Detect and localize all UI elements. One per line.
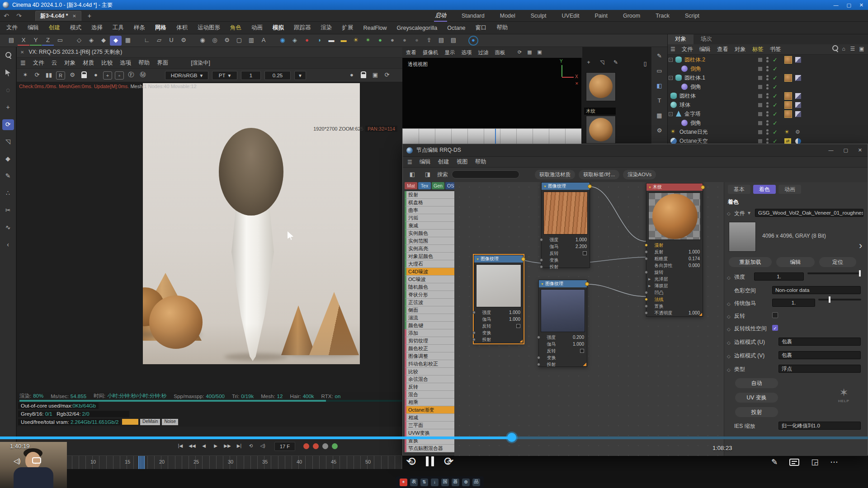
viewport-menu-item[interactable]: 查看 xyxy=(406,49,416,56)
spline-tool-icon[interactable] xyxy=(2,222,14,233)
node-param-row[interactable]: 置换 xyxy=(646,303,703,310)
octane-live-icon[interactable] xyxy=(277,36,288,46)
node-type-item[interactable]: 相减 xyxy=(405,414,454,422)
octane-logo-icon[interactable] xyxy=(19,70,31,80)
gear-tag-icon[interactable] xyxy=(795,129,800,135)
select-tool-icon[interactable] xyxy=(2,68,14,79)
object-menu-item[interactable]: 对象 xyxy=(735,46,746,53)
node-unlink-icon[interactable] xyxy=(422,169,434,179)
menu-item[interactable]: 窗口 xyxy=(476,24,487,32)
layout-tab[interactable]: Script xyxy=(684,11,700,20)
collapse-button[interactable]: ◲ xyxy=(811,457,818,467)
viewport-menu-item[interactable]: 过滤 xyxy=(478,49,489,56)
octane-record-icon[interactable] xyxy=(301,36,313,46)
node-param-row[interactable]: 投射 xyxy=(542,263,590,270)
node-param-row[interactable]: 变换 xyxy=(474,329,523,336)
visibility-dots-icon[interactable] xyxy=(766,75,769,80)
node-type-item[interactable]: 相乘 xyxy=(405,399,454,406)
render-menu-item[interactable]: 材质 xyxy=(83,59,94,67)
enable-check-icon[interactable] xyxy=(773,111,778,117)
properties-tab[interactable]: 着色 xyxy=(753,185,776,194)
edit-material-icon[interactable] xyxy=(611,59,620,67)
node-param-row[interactable]: 伽马1.000 xyxy=(539,341,587,347)
points-tool-icon[interactable] xyxy=(2,188,14,199)
node-type-item[interactable]: 实例高亮 xyxy=(405,245,454,253)
prev-key-button[interactable] xyxy=(187,442,198,451)
input-port[interactable] xyxy=(645,291,648,294)
material-name[interactable]: 木纹 xyxy=(584,108,616,115)
sep5[interactable] xyxy=(460,36,466,46)
object-row[interactable]: − Octane天空 xyxy=(668,136,868,144)
search-icon[interactable] xyxy=(2,51,14,61)
input-port[interactable] xyxy=(472,331,476,334)
output-port[interactable] xyxy=(585,282,589,286)
render-menu-item[interactable]: 选项 xyxy=(120,59,131,67)
node-type-item[interactable]: OC噪波 xyxy=(405,276,454,283)
search-icon[interactable] xyxy=(830,44,839,54)
axis-mode-icon[interactable] xyxy=(141,36,153,46)
render-menu-item[interactable]: 界面 xyxy=(157,59,168,67)
scale-select[interactable]: ▾ xyxy=(294,71,306,80)
edit-button[interactable]: 编辑 xyxy=(776,257,815,267)
node-editor-menu-item[interactable]: 编辑 xyxy=(420,158,431,166)
layer-toggle[interactable] xyxy=(758,85,762,89)
octane-help-logo[interactable]: ✶ HELP xyxy=(838,386,849,403)
image-texture-node-normal[interactable]: 图像纹理 强度0.200 伽马1.000 反转 xyxy=(538,280,587,367)
node-editor-action-button[interactable]: 渲染AOVs xyxy=(623,170,656,179)
node-param-row[interactable]: 法线 xyxy=(646,296,703,303)
node-param-row[interactable]: 反转 xyxy=(474,323,523,329)
coord-system-icon[interactable] xyxy=(54,36,66,46)
node-type-item[interactable]: 正弦波 xyxy=(405,299,454,306)
node-type-item[interactable]: 图像调整 xyxy=(405,352,454,360)
render-menu-item[interactable]: 对象 xyxy=(64,59,75,67)
file-input[interactable]: GSG_Wood_Vol2_Oak_Veneer_01_roughnes xyxy=(755,209,863,217)
node-param-row[interactable]: 变换 xyxy=(539,354,587,361)
texture-tag[interactable] xyxy=(795,111,801,117)
viewport-grid-icon[interactable] xyxy=(525,47,534,57)
menu-item[interactable]: 样条 xyxy=(134,24,145,32)
input-port[interactable] xyxy=(540,238,543,241)
record-objects-button[interactable] xyxy=(332,443,338,449)
enable-check-icon[interactable] xyxy=(773,129,778,136)
node-param-row[interactable]: 投射 xyxy=(474,336,523,343)
expand-toggle[interactable]: − xyxy=(669,76,673,80)
viewport-menu-item[interactable]: 显示 xyxy=(445,49,455,56)
grey-sphere1-icon[interactable] xyxy=(387,36,398,46)
node-type-item[interactable]: 剪切纹理 xyxy=(405,337,454,345)
lock-y-button[interactable] xyxy=(30,36,42,46)
menu-item[interactable]: 工具 xyxy=(113,24,124,32)
menu-item[interactable]: 模拟 xyxy=(273,24,284,32)
auto-button[interactable]: 自动 xyxy=(735,378,778,388)
node-type-item[interactable]: UVW变换 xyxy=(405,429,454,437)
object-manager-tab[interactable]: 对象 xyxy=(668,34,693,44)
node-editor-menu-item[interactable]: 视图 xyxy=(457,158,468,166)
pen-tool-icon[interactable] xyxy=(654,51,665,61)
input-port[interactable] xyxy=(645,305,648,308)
input-port[interactable] xyxy=(645,311,648,314)
dock-download-icon[interactable] xyxy=(431,479,439,486)
minimize-button[interactable]: — xyxy=(833,2,838,8)
sun-tag-icon[interactable] xyxy=(784,129,789,135)
grey-sphere2-icon[interactable] xyxy=(399,36,410,46)
clay-mode-icon[interactable] xyxy=(346,70,358,80)
workplane-icon[interactable] xyxy=(153,36,165,46)
restart-render-icon[interactable] xyxy=(31,70,43,80)
dock-sort-icon[interactable] xyxy=(420,479,428,486)
lock-x-button[interactable] xyxy=(18,36,29,46)
material-node-wood[interactable]: 木纹 漫射 反射1.000 粗糙度0.174 xyxy=(646,183,703,317)
octane-sun-icon[interactable] xyxy=(350,36,362,46)
node-type-item[interactable]: 添加 xyxy=(405,329,454,337)
node-param-row[interactable]: 强度1.000 xyxy=(542,236,590,243)
node-editor-menu-item[interactable]: 帮助 xyxy=(475,158,486,166)
viewport-menu-item[interactable]: 摄像机 xyxy=(423,49,439,56)
layer-toggle[interactable] xyxy=(758,121,762,125)
node-type-item[interactable]: Octane渐变 xyxy=(405,406,454,414)
cube-tool-icon[interactable] xyxy=(654,80,665,91)
points-mode-icon[interactable] xyxy=(73,36,85,46)
object-row[interactable]: − 倒角 xyxy=(668,82,868,91)
viewport-panel-icon[interactable] xyxy=(535,47,544,57)
layout-tab[interactable]: Model xyxy=(499,11,516,20)
node-type-item[interactable]: 三平面 xyxy=(405,422,454,429)
node-type-item[interactable]: 余弦混合 xyxy=(405,375,454,383)
power-input[interactable]: 1. xyxy=(754,272,804,281)
